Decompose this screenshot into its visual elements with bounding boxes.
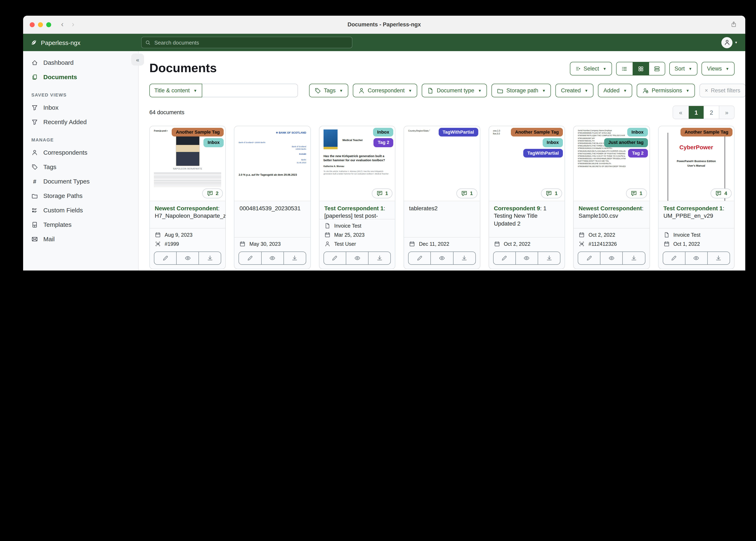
edit-button[interactable] [324, 252, 346, 264]
preview-button[interactable] [346, 252, 368, 264]
download-button[interactable] [199, 252, 221, 264]
document-title[interactable]: Test Correspondent 1: [paperless] test p… [319, 201, 395, 219]
app-brand[interactable]: Paperless-ngx [31, 39, 141, 46]
document-card[interactable]: one,1.0five,5.0Another Sample TagInboxTa… [488, 126, 565, 269]
document-title[interactable]: Newest Correspondent: Sample100.csv [574, 201, 649, 228]
zoom-window-button[interactable] [46, 22, 51, 27]
tag-chip-another-sample-tag[interactable]: Another Sample Tag [680, 128, 732, 137]
minimize-window-button[interactable] [38, 22, 43, 27]
views-dropdown-button[interactable]: Views▼ [702, 62, 735, 76]
tag-chip-inbox[interactable]: Inbox [373, 128, 393, 137]
document-thumbnail[interactable]: Country,Region/State,"TagWithPartial1 [404, 126, 480, 201]
sidebar-item-documents[interactable]: Documents [23, 70, 138, 84]
filter-chip-created[interactable]: Created▼ [556, 84, 594, 97]
sidebar-item-mail[interactable]: Mail [23, 232, 138, 246]
sidebar-item-custom-fields[interactable]: Custom Fields [23, 203, 138, 217]
tag-chip-tagwithpartial[interactable]: TagWithPartial [438, 128, 478, 137]
sort-dropdown-button[interactable]: Sort▼ [669, 62, 697, 76]
filter-chip-storage-path[interactable]: Storage path▼ [491, 84, 551, 97]
correspondent-link[interactable]: Test Correspondent 1 [663, 205, 723, 212]
edit-button[interactable] [578, 252, 600, 264]
list-view-button[interactable] [616, 62, 632, 75]
document-title[interactable]: 0004814539_20230531 [235, 201, 310, 237]
correspondent-link[interactable]: Newest Correspondent [155, 205, 218, 212]
tag-chip-inbox[interactable]: Inbox [543, 138, 563, 147]
edit-button[interactable] [493, 252, 515, 264]
sidebar-collapse-button[interactable]: « [131, 54, 144, 66]
preview-button[interactable] [685, 252, 707, 264]
download-button[interactable] [453, 252, 475, 264]
edit-button[interactable] [239, 252, 261, 264]
document-card[interactable]: Serial Number,Company Name,Employe978818… [573, 126, 650, 269]
document-card[interactable]: Medical TeacherHas the new Kirkpatrick g… [319, 126, 396, 269]
document-card[interactable]: ✳ BANK OF SCOTLANDBank of Scotland • 100… [234, 126, 311, 269]
document-card[interactable]: Country,Region/State,"TagWithPartial1tab… [404, 126, 480, 269]
sidebar-item-storage-paths[interactable]: Storage Paths [23, 189, 138, 203]
correspondent-link[interactable]: Correspondent 9 [494, 205, 540, 212]
document-title[interactable]: Test Correspondent 1: UM_PPBE_en_v29 [658, 201, 734, 228]
grid-view-button[interactable] [632, 62, 649, 75]
detail-view-button[interactable] [649, 62, 665, 75]
tag-chip-just-another-tag[interactable]: Just another tag [604, 138, 648, 147]
download-button[interactable] [538, 252, 560, 264]
share-icon[interactable] [730, 21, 737, 28]
preview-button[interactable] [176, 252, 198, 264]
document-card[interactable]: CyberPowerPowerPanel® Business EditionUs… [658, 126, 735, 269]
document-title[interactable]: Newest Correspondent: H7_Napoleon_Bonapa… [150, 201, 226, 228]
filter-chip-document-type[interactable]: Document type▼ [422, 84, 487, 97]
reset-filters-button[interactable]: × Reset filters [699, 84, 745, 97]
tag-chip-tag-2[interactable]: Tag 2 [374, 138, 393, 147]
document-title[interactable]: Correspondent 9: 1 Testing New Title Upd… [489, 201, 565, 237]
sidebar-item-correspondents[interactable]: Correspondents [23, 145, 138, 160]
correspondent-link[interactable]: Newest Correspondent [579, 205, 642, 212]
sidebar-item-recently-added[interactable]: Recently Added [23, 115, 138, 129]
preview-button[interactable] [431, 252, 453, 264]
filter-chip-permissions[interactable]: Permissions▼ [637, 84, 695, 97]
pagination-prev-button[interactable]: « [673, 106, 688, 119]
download-button[interactable] [283, 252, 306, 264]
title-content-filter-input[interactable] [202, 84, 298, 97]
filter-chip-added[interactable]: Added▼ [598, 84, 632, 97]
edit-button[interactable] [154, 252, 176, 264]
close-window-button[interactable] [30, 22, 35, 27]
edit-button[interactable] [409, 252, 431, 264]
pagination-page-2[interactable]: 2 [704, 106, 719, 119]
sidebar-item-tags[interactable]: Tags [23, 160, 138, 174]
browser-forward-button[interactable]: › [72, 20, 74, 29]
sidebar-item-dashboard[interactable]: Dashboard [23, 55, 138, 70]
document-thumbnail[interactable]: Serial Number,Company Name,Employe978818… [574, 126, 649, 201]
sidebar-item-document-types[interactable]: #Document Types [23, 174, 138, 189]
pagination-next-button[interactable]: » [719, 106, 734, 119]
document-card[interactable]: Francja pod rNAPOLEON BONAPARTEAnother S… [149, 126, 226, 269]
preview-button[interactable] [261, 252, 283, 264]
document-thumbnail[interactable]: one,1.0five,5.0Another Sample TagInboxTa… [489, 126, 565, 201]
filter-chip-tags[interactable]: Tags▼ [309, 84, 348, 97]
tag-chip-another-sample-tag[interactable]: Another Sample Tag [511, 128, 563, 137]
filter-chip-correspondent[interactable]: Correspondent▼ [353, 84, 417, 97]
pagination-page-1[interactable]: 1 [688, 106, 704, 119]
global-search[interactable] [141, 37, 352, 48]
tag-chip-tagwithpartial[interactable]: TagWithPartial [523, 149, 563, 158]
user-menu[interactable]: ▾ [722, 37, 737, 48]
edit-button[interactable] [663, 252, 685, 264]
preview-button[interactable] [600, 252, 623, 264]
download-button[interactable] [707, 252, 730, 264]
search-field-selector[interactable]: Title & content▼ [149, 84, 202, 97]
sidebar-item-inbox[interactable]: Inbox [23, 100, 138, 115]
download-button[interactable] [623, 252, 645, 264]
select-dropdown-button[interactable]: Select▼ [570, 62, 612, 76]
tag-chip-another-sample-tag[interactable]: Another Sample Tag [172, 128, 224, 137]
browser-back-button[interactable]: ‹ [61, 20, 64, 29]
document-title[interactable]: tablerates2 [404, 201, 480, 237]
document-thumbnail[interactable]: ✳ BANK OF SCOTLANDBank of Scotland • 100… [235, 126, 310, 201]
document-thumbnail[interactable]: CyberPowerPowerPanel® Business EditionUs… [658, 126, 734, 201]
search-input[interactable] [154, 39, 348, 46]
tag-chip-inbox[interactable]: Inbox [627, 128, 648, 137]
document-thumbnail[interactable]: Medical TeacherHas the new Kirkpatrick g… [319, 126, 395, 201]
preview-button[interactable] [515, 252, 538, 264]
correspondent-link[interactable]: Test Correspondent 1 [324, 205, 384, 212]
tag-chip-tag-2[interactable]: Tag 2 [628, 149, 648, 158]
download-button[interactable] [368, 252, 390, 264]
tag-chip-inbox[interactable]: Inbox [203, 138, 224, 147]
document-thumbnail[interactable]: Francja pod rNAPOLEON BONAPARTEAnother S… [150, 126, 226, 201]
